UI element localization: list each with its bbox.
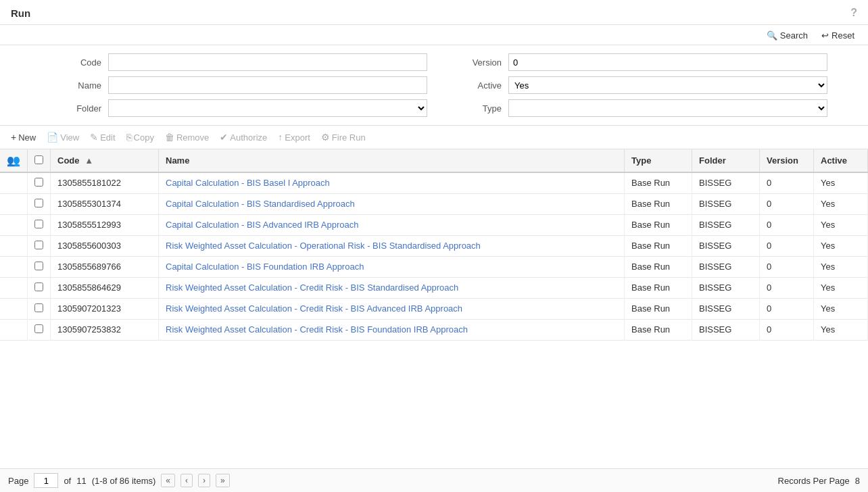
row-code: 1305855689766 xyxy=(51,257,159,278)
first-page-button[interactable]: « xyxy=(161,474,175,487)
copy-button[interactable]: ⎘ Copy xyxy=(122,130,158,145)
row-checkbox[interactable] xyxy=(34,220,43,228)
row-name-link[interactable]: Risk Weighted Asset Calculation - Credit… xyxy=(166,282,458,293)
prev-page-button[interactable]: ‹ xyxy=(180,474,193,487)
row-check-cell[interactable] xyxy=(28,194,51,215)
row-name-link[interactable]: Risk Weighted Asset Calculation - Operat… xyxy=(166,241,481,251)
row-name[interactable]: Risk Weighted Asset Calculation - Operat… xyxy=(159,236,625,257)
authorize-button[interactable]: ✔ Authorize xyxy=(216,130,271,145)
help-icon[interactable]: ? xyxy=(850,7,857,19)
row-code: 1305907201323 xyxy=(51,299,159,320)
table-row[interactable]: 1305855864629 Risk Weighted Asset Calcul… xyxy=(0,278,868,299)
row-name[interactable]: Risk Weighted Asset Calculation - Credit… xyxy=(159,278,625,299)
row-name[interactable]: Risk Weighted Asset Calculation - Credit… xyxy=(159,299,625,320)
table-row[interactable]: 1305907201323 Risk Weighted Asset Calcul… xyxy=(0,299,868,320)
table-row[interactable]: 1305855689766 Capital Calculation - BIS … xyxy=(0,257,868,278)
row-icon-cell xyxy=(0,194,28,215)
col-active: Active xyxy=(814,149,868,172)
row-name[interactable]: Capital Calculation - BIS Basel I Approa… xyxy=(159,172,625,194)
col-name: Name xyxy=(159,149,625,172)
search-button[interactable]: 🔍 Search xyxy=(764,29,811,42)
row-name-link[interactable]: Capital Calculation - BIS Advanced IRB A… xyxy=(166,220,358,230)
page-number-input[interactable] xyxy=(34,473,58,488)
table-row[interactable]: 1305855181022 Capital Calculation - BIS … xyxy=(0,172,868,194)
row-check-cell[interactable] xyxy=(28,215,51,236)
version-input[interactable] xyxy=(508,53,827,71)
row-checkbox[interactable] xyxy=(34,262,43,270)
row-check-cell[interactable] xyxy=(28,299,51,320)
row-icon-cell xyxy=(0,320,28,341)
edit-button[interactable]: ✎ Edit xyxy=(86,130,119,145)
reset-button[interactable]: ↩ Reset xyxy=(819,29,857,42)
next-page-button[interactable]: › xyxy=(198,474,210,487)
row-check-cell[interactable] xyxy=(28,172,51,194)
table-row[interactable]: 1305855600303 Risk Weighted Asset Calcul… xyxy=(0,236,868,257)
row-name[interactable]: Risk Weighted Asset Calculation - Credit… xyxy=(159,320,625,341)
edit-icon: ✎ xyxy=(90,132,98,143)
row-folder: BISSEG xyxy=(692,257,760,278)
remove-label: Remove xyxy=(176,132,209,143)
table-row[interactable]: 1305855512993 Capital Calculation - BIS … xyxy=(0,215,868,236)
page-title: Run xyxy=(11,7,30,19)
authorize-label: Authorize xyxy=(230,132,267,143)
row-name[interactable]: Capital Calculation - BIS Foundation IRB… xyxy=(159,257,625,278)
row-name-link[interactable]: Risk Weighted Asset Calculation - Credit… xyxy=(166,324,468,335)
active-select[interactable]: Yes No xyxy=(508,76,827,94)
records-per-page-label: Records Per Page xyxy=(778,476,850,486)
export-label: Export xyxy=(285,132,310,143)
row-version: 0 xyxy=(760,236,814,257)
row-name-link[interactable]: Risk Weighted Asset Calculation - Credit… xyxy=(166,303,462,314)
export-button[interactable]: ↑ Export xyxy=(274,130,314,145)
row-version: 0 xyxy=(760,278,814,299)
remove-button[interactable]: 🗑 Remove xyxy=(161,130,213,145)
col-code[interactable]: Code ▲ xyxy=(51,149,159,172)
row-icon-cell xyxy=(0,215,28,236)
select-all-checkbox[interactable] xyxy=(34,155,43,164)
type-label: Type xyxy=(454,103,502,114)
row-type: Base Run xyxy=(625,299,692,320)
name-input[interactable] xyxy=(108,76,427,94)
row-check-cell[interactable] xyxy=(28,257,51,278)
view-icon: 📄 xyxy=(47,132,58,143)
row-code: 1305855600303 xyxy=(51,236,159,257)
row-name[interactable]: Capital Calculation - BIS Advanced IRB A… xyxy=(159,215,625,236)
row-checkbox[interactable] xyxy=(34,282,43,291)
code-input[interactable] xyxy=(108,53,427,71)
row-name-link[interactable]: Capital Calculation - BIS Foundation IRB… xyxy=(166,262,364,272)
table-row[interactable]: 1305907253832 Risk Weighted Asset Calcul… xyxy=(0,320,868,341)
row-active: Yes xyxy=(814,215,868,236)
new-button[interactable]: + New xyxy=(7,130,40,145)
row-check-cell[interactable] xyxy=(28,320,51,341)
row-name[interactable]: Capital Calculation - BIS Standardised A… xyxy=(159,194,625,215)
row-folder: BISSEG xyxy=(692,236,760,257)
page-range: (1-8 of 86 items) xyxy=(92,476,156,486)
total-pages: 11 xyxy=(76,476,86,486)
row-check-cell[interactable] xyxy=(28,236,51,257)
view-button[interactable]: 📄 View xyxy=(43,130,83,145)
row-checkbox[interactable] xyxy=(34,241,43,249)
row-checkbox[interactable] xyxy=(34,178,43,187)
table-row[interactable]: 1305855301374 Capital Calculation - BIS … xyxy=(0,194,868,215)
row-type: Base Run xyxy=(625,320,692,341)
row-name-link[interactable]: Capital Calculation - BIS Standardised A… xyxy=(166,199,355,209)
fire-run-button[interactable]: ⚙ Fire Run xyxy=(317,130,370,145)
row-check-cell[interactable] xyxy=(28,278,51,299)
col-select-all[interactable] xyxy=(28,149,51,172)
col-version: Version xyxy=(760,149,814,172)
row-name-link[interactable]: Capital Calculation - BIS Basel I Approa… xyxy=(166,178,330,188)
row-version: 0 xyxy=(760,215,814,236)
page-label: Page xyxy=(8,476,28,486)
search-icon: 🔍 xyxy=(767,30,777,41)
row-icon-cell xyxy=(0,299,28,320)
reset-icon: ↩ xyxy=(821,30,829,41)
fire-run-label: Fire Run xyxy=(332,132,366,143)
last-page-button[interactable]: » xyxy=(216,474,230,487)
folder-label: Folder xyxy=(54,103,101,114)
folder-select[interactable]: BISSEG xyxy=(108,99,427,117)
row-checkbox[interactable] xyxy=(34,324,43,333)
row-checkbox[interactable] xyxy=(34,199,43,207)
row-checkbox[interactable] xyxy=(34,303,43,312)
view-label: View xyxy=(60,132,79,143)
type-select[interactable]: Base Run xyxy=(508,99,827,117)
col-type-label: Type xyxy=(631,155,651,166)
